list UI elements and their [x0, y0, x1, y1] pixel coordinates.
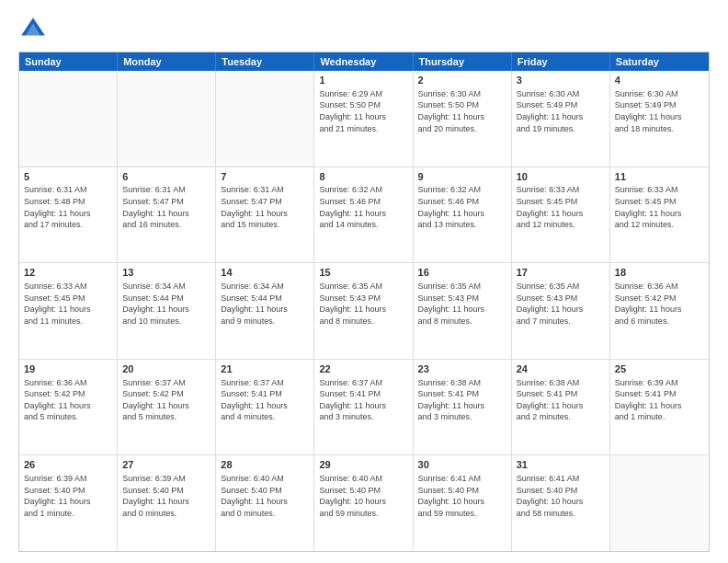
calendar-week-5: 26Sunrise: 6:39 AM Sunset: 5:40 PM Dayli… — [19, 455, 709, 551]
calendar-day-8: 8Sunrise: 6:32 AM Sunset: 5:46 PM Daylig… — [314, 167, 413, 263]
calendar-day-11: 11Sunrise: 6:33 AM Sunset: 5:45 PM Dayli… — [610, 167, 709, 263]
day-info: Sunrise: 6:32 AM Sunset: 5:46 PM Dayligh… — [418, 184, 506, 230]
day-number: 1 — [319, 74, 407, 87]
calendar-day-27: 27Sunrise: 6:39 AM Sunset: 5:40 PM Dayli… — [118, 455, 216, 551]
calendar-week-1: 1Sunrise: 6:29 AM Sunset: 5:50 PM Daylig… — [19, 71, 709, 167]
calendar-day-29: 29Sunrise: 6:40 AM Sunset: 5:40 PM Dayli… — [314, 455, 413, 551]
day-number: 16 — [418, 266, 506, 280]
day-info: Sunrise: 6:30 AM Sunset: 5:50 PM Dayligh… — [418, 88, 506, 134]
day-info: Sunrise: 6:40 AM Sunset: 5:40 PM Dayligh… — [221, 473, 309, 519]
day-number: 2 — [418, 74, 506, 87]
calendar-day-9: 9Sunrise: 6:32 AM Sunset: 5:46 PM Daylig… — [414, 167, 512, 263]
day-info: Sunrise: 6:33 AM Sunset: 5:45 PM Dayligh… — [24, 281, 112, 327]
day-number: 28 — [221, 458, 309, 472]
calendar-day-26: 26Sunrise: 6:39 AM Sunset: 5:40 PM Dayli… — [19, 455, 118, 551]
day-number: 10 — [517, 170, 605, 184]
day-number: 21 — [221, 362, 309, 376]
logo-icon — [18, 15, 48, 44]
day-info: Sunrise: 6:34 AM Sunset: 5:44 PM Dayligh… — [221, 281, 309, 327]
calendar-day-6: 6Sunrise: 6:31 AM Sunset: 5:47 PM Daylig… — [118, 167, 216, 263]
day-number: 5 — [24, 170, 112, 184]
day-number: 6 — [122, 170, 210, 184]
day-number: 27 — [122, 458, 210, 472]
day-number: 22 — [319, 362, 407, 376]
calendar-day-22: 22Sunrise: 6:37 AM Sunset: 5:41 PM Dayli… — [314, 360, 413, 455]
header — [18, 15, 710, 44]
day-number: 7 — [221, 170, 309, 184]
calendar-day-23: 23Sunrise: 6:38 AM Sunset: 5:41 PM Dayli… — [414, 360, 512, 455]
day-info: Sunrise: 6:39 AM Sunset: 5:40 PM Dayligh… — [122, 473, 210, 519]
header-day-wednesday: Wednesday — [314, 52, 413, 71]
day-info: Sunrise: 6:39 AM Sunset: 5:40 PM Dayligh… — [24, 473, 112, 519]
calendar-day-empty — [19, 71, 118, 167]
day-info: Sunrise: 6:40 AM Sunset: 5:40 PM Dayligh… — [319, 473, 407, 519]
calendar-day-5: 5Sunrise: 6:31 AM Sunset: 5:48 PM Daylig… — [19, 167, 118, 263]
day-number: 19 — [24, 362, 112, 376]
day-number: 18 — [615, 266, 704, 280]
calendar-day-24: 24Sunrise: 6:38 AM Sunset: 5:41 PM Dayli… — [512, 360, 610, 455]
day-info: Sunrise: 6:35 AM Sunset: 5:43 PM Dayligh… — [418, 281, 506, 327]
day-info: Sunrise: 6:37 AM Sunset: 5:42 PM Dayligh… — [122, 377, 210, 423]
day-number: 30 — [418, 458, 506, 472]
day-info: Sunrise: 6:38 AM Sunset: 5:41 PM Dayligh… — [517, 377, 605, 423]
day-number: 15 — [319, 266, 407, 280]
day-number: 20 — [122, 362, 210, 376]
header-day-tuesday: Tuesday — [216, 52, 314, 71]
calendar-day-19: 19Sunrise: 6:36 AM Sunset: 5:42 PM Dayli… — [19, 360, 118, 455]
day-number: 23 — [418, 362, 506, 376]
calendar-day-7: 7Sunrise: 6:31 AM Sunset: 5:47 PM Daylig… — [216, 167, 314, 263]
day-info: Sunrise: 6:38 AM Sunset: 5:41 PM Dayligh… — [418, 377, 506, 423]
calendar-day-16: 16Sunrise: 6:35 AM Sunset: 5:43 PM Dayli… — [414, 263, 512, 359]
calendar-day-12: 12Sunrise: 6:33 AM Sunset: 5:45 PM Dayli… — [19, 263, 118, 359]
day-number: 31 — [517, 458, 605, 472]
day-info: Sunrise: 6:33 AM Sunset: 5:45 PM Dayligh… — [517, 184, 605, 230]
day-number: 14 — [221, 266, 309, 280]
day-info: Sunrise: 6:35 AM Sunset: 5:43 PM Dayligh… — [319, 281, 407, 327]
day-info: Sunrise: 6:29 AM Sunset: 5:50 PM Dayligh… — [319, 88, 407, 134]
day-info: Sunrise: 6:30 AM Sunset: 5:49 PM Dayligh… — [517, 88, 605, 134]
calendar-week-2: 5Sunrise: 6:31 AM Sunset: 5:48 PM Daylig… — [19, 167, 709, 264]
calendar-day-14: 14Sunrise: 6:34 AM Sunset: 5:44 PM Dayli… — [216, 263, 314, 359]
calendar-day-2: 2Sunrise: 6:30 AM Sunset: 5:50 PM Daylig… — [414, 71, 512, 167]
day-number: 4 — [615, 74, 704, 87]
calendar-week-4: 19Sunrise: 6:36 AM Sunset: 5:42 PM Dayli… — [19, 360, 709, 456]
calendar-day-18: 18Sunrise: 6:36 AM Sunset: 5:42 PM Dayli… — [610, 263, 709, 359]
logo — [18, 15, 51, 44]
calendar-week-3: 12Sunrise: 6:33 AM Sunset: 5:45 PM Dayli… — [19, 263, 709, 360]
calendar-day-4: 4Sunrise: 6:30 AM Sunset: 5:49 PM Daylig… — [610, 71, 709, 167]
day-info: Sunrise: 6:41 AM Sunset: 5:40 PM Dayligh… — [517, 473, 605, 519]
day-info: Sunrise: 6:31 AM Sunset: 5:47 PM Dayligh… — [221, 184, 309, 230]
day-number: 13 — [122, 266, 210, 280]
calendar: SundayMondayTuesdayWednesdayThursdayFrid… — [18, 52, 710, 552]
day-info: Sunrise: 6:32 AM Sunset: 5:46 PM Dayligh… — [319, 184, 407, 230]
day-info: Sunrise: 6:30 AM Sunset: 5:49 PM Dayligh… — [615, 88, 704, 134]
day-number: 26 — [24, 458, 112, 472]
day-number: 29 — [319, 458, 407, 472]
day-info: Sunrise: 6:37 AM Sunset: 5:41 PM Dayligh… — [221, 377, 309, 423]
calendar-day-25: 25Sunrise: 6:39 AM Sunset: 5:41 PM Dayli… — [610, 360, 709, 455]
day-info: Sunrise: 6:36 AM Sunset: 5:42 PM Dayligh… — [615, 281, 704, 327]
calendar-day-17: 17Sunrise: 6:35 AM Sunset: 5:43 PM Dayli… — [512, 263, 610, 359]
day-info: Sunrise: 6:31 AM Sunset: 5:47 PM Dayligh… — [122, 184, 210, 230]
calendar-day-empty — [118, 71, 216, 167]
day-number: 24 — [517, 362, 605, 376]
day-number: 9 — [418, 170, 506, 184]
day-info: Sunrise: 6:31 AM Sunset: 5:48 PM Dayligh… — [24, 184, 112, 230]
day-number: 12 — [24, 266, 112, 280]
calendar-day-empty — [610, 455, 709, 551]
day-number: 8 — [319, 170, 407, 184]
day-number: 11 — [615, 170, 704, 184]
header-day-monday: Monday — [118, 52, 216, 71]
header-day-friday: Friday — [512, 52, 610, 71]
day-number: 3 — [517, 74, 605, 87]
calendar-day-empty — [216, 71, 314, 167]
page: SundayMondayTuesdayWednesdayThursdayFrid… — [0, 0, 728, 563]
day-info: Sunrise: 6:35 AM Sunset: 5:43 PM Dayligh… — [517, 281, 605, 327]
calendar-day-1: 1Sunrise: 6:29 AM Sunset: 5:50 PM Daylig… — [314, 71, 413, 167]
calendar-day-31: 31Sunrise: 6:41 AM Sunset: 5:40 PM Dayli… — [512, 455, 610, 551]
calendar-day-28: 28Sunrise: 6:40 AM Sunset: 5:40 PM Dayli… — [216, 455, 314, 551]
header-day-thursday: Thursday — [414, 52, 512, 71]
header-day-saturday: Saturday — [610, 52, 709, 71]
day-info: Sunrise: 6:33 AM Sunset: 5:45 PM Dayligh… — [615, 184, 704, 230]
calendar-day-13: 13Sunrise: 6:34 AM Sunset: 5:44 PM Dayli… — [118, 263, 216, 359]
